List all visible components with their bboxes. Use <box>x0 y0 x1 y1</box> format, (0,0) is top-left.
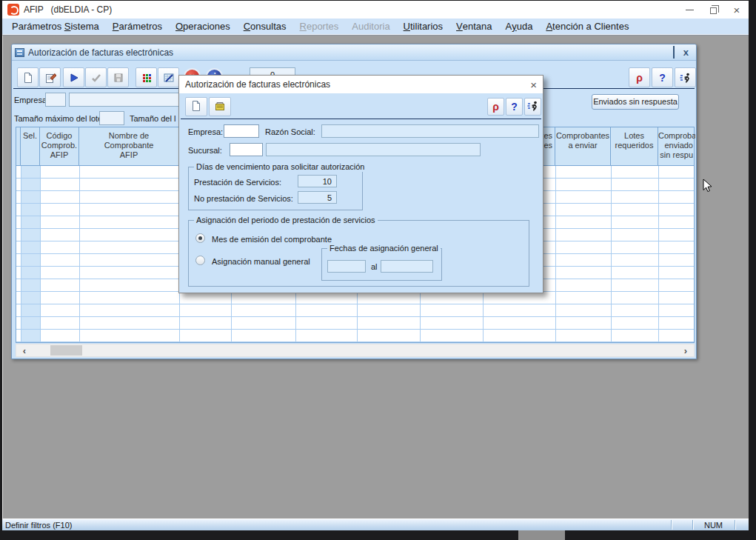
restore-button[interactable] <box>701 1 725 19</box>
dialog-save-button[interactable] <box>209 97 231 116</box>
dialog-exit-button[interactable] <box>524 98 541 116</box>
scrollbar-thumb[interactable] <box>50 345 82 356</box>
window-icon <box>15 48 24 57</box>
radio-asignacion-manual[interactable] <box>195 256 205 265</box>
empresa-code-field[interactable] <box>45 93 66 107</box>
dialog-empresa-label: Empresa: <box>188 127 223 137</box>
scroll-left-button[interactable]: ‹ <box>18 344 31 356</box>
column-header-enviados[interactable]: Comproba enviado sin respu <box>658 127 695 165</box>
table-row[interactable] <box>16 330 694 342</box>
dialog-titlebar[interactable]: Autorización de facturas electrónicas × <box>179 76 543 93</box>
dialog-empresa-field[interactable] <box>224 124 259 138</box>
floppy-disk-icon <box>113 72 124 84</box>
dialog-close-button[interactable]: × <box>530 79 537 90</box>
column-header-codigo[interactable]: Código Comprob. AFIP <box>40 127 79 165</box>
edit-form-icon <box>44 72 56 84</box>
radio-asignacion-manual-label[interactable]: Asignación manual general <box>212 256 310 267</box>
status-columns-button[interactable] <box>136 67 157 87</box>
menu-bar: Parámetros Sistema Parámetros Operacione… <box>2 19 749 35</box>
new-document-icon <box>22 72 34 84</box>
radio-mes-emision[interactable] <box>195 233 205 243</box>
scroll-right-button[interactable]: › <box>679 344 692 356</box>
grid-edit-icon <box>163 72 175 84</box>
dialog-filter-button[interactable]: ρ <box>487 98 504 116</box>
sucursal-label: Sucursal: <box>188 145 222 156</box>
dialog-new-button[interactable] <box>185 97 207 116</box>
minimize-button[interactable] <box>678 1 701 19</box>
menu-ayuda[interactable]: Ayuda <box>499 19 540 34</box>
menu-parametros-sistema[interactable]: Parámetros Sistema <box>5 19 106 34</box>
razon-social-label: Razón Social: <box>265 127 315 137</box>
fechas-legend: Fechas de asignación general <box>327 244 441 253</box>
check-icon <box>90 72 102 84</box>
filter-icon: ρ <box>492 101 499 113</box>
menu-atencion-clientes[interactable]: Atención a Clientes <box>539 19 635 34</box>
help-icon: ? <box>511 101 518 113</box>
titlebar: AFIP (dbELDIA - CP) × <box>2 1 749 19</box>
radio-mes-emision-label[interactable]: Mes de emisión del comprobante <box>212 234 332 244</box>
menu-reportes: Reportes <box>293 19 346 34</box>
razon-social-field <box>321 124 539 138</box>
table-row[interactable] <box>16 317 694 330</box>
prestacion-field: 10 <box>298 175 337 187</box>
mouse-cursor <box>703 179 713 195</box>
exit-button[interactable] <box>675 67 696 87</box>
dialog-help-button[interactable]: ? <box>506 98 523 116</box>
save-button[interactable] <box>107 67 129 87</box>
child-window-title: Autorización de facturas electrónicas <box>28 47 173 58</box>
filter-button[interactable]: ρ <box>629 67 650 87</box>
table-row[interactable] <box>16 292 694 304</box>
tamano-lote-field[interactable] <box>99 111 124 125</box>
exit-runner-icon <box>680 72 692 84</box>
close-icon: × <box>734 4 740 16</box>
no-prestacion-label: No prestación de Servicios: <box>194 193 293 204</box>
taskbar-fragment <box>518 530 565 540</box>
minimize-icon <box>686 10 694 10</box>
horizontal-scrollbar[interactable]: ‹ › <box>16 344 695 357</box>
new-button[interactable] <box>17 67 39 87</box>
run-button[interactable] <box>63 67 84 87</box>
filter-icon: ρ <box>636 72 643 84</box>
grid-edit-button[interactable] <box>158 67 179 87</box>
child-titlebar[interactable]: Autorización de facturas electrónicas x <box>12 44 696 61</box>
menu-utilitarios[interactable]: Utilitarios <box>397 19 449 34</box>
menu-auditoria: Auditoria <box>345 19 396 34</box>
close-button[interactable]: × <box>725 1 749 19</box>
vencimiento-group: Días de vencimiento para solicitar autor… <box>188 167 363 210</box>
child-restore-button[interactable] <box>673 47 675 58</box>
mdi-area: Autorización de facturas electrónicas x <box>2 35 749 519</box>
menu-ventana[interactable]: Ventana <box>449 19 498 34</box>
help-button[interactable]: ? <box>652 67 673 87</box>
confirm-button[interactable] <box>85 67 107 87</box>
column-header-sel[interactable]: Sel. <box>21 127 40 165</box>
edit-properties-button[interactable] <box>39 67 61 87</box>
sucursal-desc-field <box>266 143 481 156</box>
play-icon <box>68 72 80 84</box>
exit-runner-icon <box>527 100 539 113</box>
table-row[interactable] <box>16 304 694 317</box>
asignacion-legend: Asignación del periodo de prestación de … <box>194 216 378 225</box>
save-book-icon <box>214 100 226 113</box>
no-prestacion-field: 5 <box>298 191 337 204</box>
menu-parametros[interactable]: Parámetros <box>106 19 169 34</box>
sucursal-field[interactable] <box>230 143 263 156</box>
column-header-a-enviar[interactable]: Comprobantes a enviar <box>555 127 611 165</box>
menu-consultas[interactable]: Consultas <box>237 19 293 34</box>
status-bar: Definir filtros (F10) NUM <box>2 519 749 530</box>
restore-icon <box>673 46 675 59</box>
status-message: Definir filtros (F10) <box>5 520 72 530</box>
empresa-label: Empresa: <box>14 95 49 105</box>
child-close-button[interactable]: x <box>683 47 689 58</box>
enviados-sin-respuesta-button[interactable]: Enviados sin respuesta <box>592 94 679 110</box>
al-label: al <box>371 261 378 272</box>
fecha-hasta-field <box>381 260 433 273</box>
column-header-lotes[interactable]: Lotes requeridos <box>611 127 658 165</box>
dialog-toolbar-divider <box>181 119 541 119</box>
prestacion-label: Prestación de Servicios: <box>194 177 281 187</box>
restore-icon <box>710 7 717 14</box>
menu-operaciones[interactable]: Operaciones <box>169 19 237 34</box>
help-icon: ? <box>659 72 666 84</box>
column-header-nombre[interactable]: Nombre de Comprobante AFIP <box>79 127 179 165</box>
new-document-icon <box>190 100 202 113</box>
app-logo-icon <box>7 4 19 16</box>
